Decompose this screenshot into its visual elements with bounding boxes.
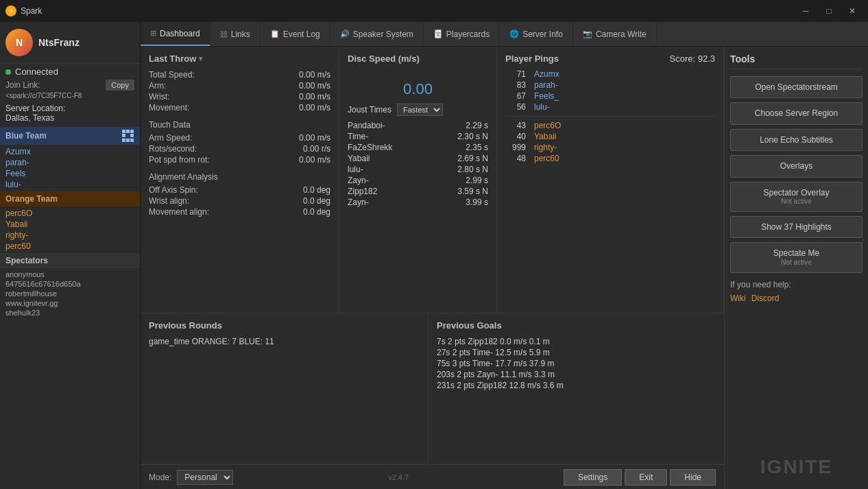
overlays-button[interactable]: Overlays [730,155,863,177]
spectate-me-button[interactable]: Spectate Me Not active [730,242,863,272]
tab-speakersystem-label: Speaker System [353,29,413,39]
help-links: Wiki Discord [730,294,863,303]
list-item: lulu- 2.80 s N [348,164,488,175]
tab-playercards[interactable]: 🃏 Playercards [424,22,500,46]
joust-mode-select[interactable]: Fastest All [397,104,443,116]
table-row: 56 lulu- [505,102,715,112]
qr-icon [122,130,134,142]
blue-player-list: Azumx parah- Feels lulu- [0,145,140,191]
orange-player-list: perc6O Yabaii righty- perc60 [0,206,140,253]
joust-list: Pandaboi- 2.29 s Time- 2.30 s N FaZeShre… [348,120,488,208]
list-item: robertmillhouse [5,289,134,298]
wrist-align-label: Wrist align: [149,196,189,206]
wrist-value: 0.00 m/s [299,92,330,102]
list-item: Pandaboi- 2.29 s [348,120,488,131]
orange-team-header: Orange Team [0,191,140,206]
list-item: 203s 2 pts Zayn- 11.1 m/s 3.3 m [437,369,716,380]
footer-bar: Mode: Personal Public v2.4.7 Settings Ex… [141,464,724,489]
list-item: anonymous [5,270,134,279]
pot-spd-label: Pot spd from rot: [149,155,210,165]
arm-label: Arm: [149,81,166,91]
tab-links[interactable]: ⛓ Links [210,22,261,46]
title-bar: ⚡ Spark ─ □ ✕ [0,0,868,22]
wrist-label: Wrist: [149,92,169,102]
help-text: If you need help: [730,280,863,289]
table-row: Rots/second: 0.00 r/s [149,143,330,154]
tab-eventlog[interactable]: 📋 Event Log [261,22,330,46]
player-pings-title: Player Pings [505,53,559,64]
username: NtsFranz [38,37,80,48]
exit-button[interactable]: Exit [625,469,667,486]
table-row: 83 parah- [505,80,715,90]
movement-label: Movement: [149,103,189,112]
spectator-overlay-status: Not active [738,198,855,206]
tab-bar: ⊞ Dashboard ⛓ Links 📋 Event Log 🔊 Speake… [141,22,868,47]
dashboard-top: Last Throw ▾ Total Speed: 0.00 m/s Arm: … [141,47,724,313]
list-item: 6475616c67616d650a [5,279,134,289]
server-location: Server Location: Dallas, Texas [0,102,140,127]
tab-dashboard[interactable]: ⊞ Dashboard [141,22,210,46]
table-row: 71 Azumx [505,69,715,79]
ignite-logo: IGNITE [730,451,863,484]
close-button[interactable]: ✕ [842,4,863,18]
tab-speakersystem[interactable]: 🔊 Speaker System [330,22,424,46]
sidebar: N NtsFranz Connected Join Link: Copy <sp… [0,22,141,489]
divider [505,116,715,117]
minimize-button[interactable]: ─ [795,4,816,18]
alignment-stats: Off Axis Spin: 0.0 deg Wrist align: 0.0 … [149,184,330,217]
rots-value: 0.00 r/s [303,144,330,154]
tools-sidebar: Tools Open Spectatorstream Choose Server… [724,47,868,489]
tab-camerawrite-label: Camera Write [596,29,647,39]
avatar: N [5,29,33,56]
rounds-entry: game_time ORANGE: 7 BLUE: 11 [149,336,420,347]
footer-actions: Settings Exit Hide [564,469,716,486]
tab-playercards-label: Playercards [446,29,490,39]
speakersystem-icon: 🔊 [340,29,350,38]
list-item: 75s 3 pts Time- 17.7 m/s 37.9 m [437,358,716,369]
full-layout: Last Throw ▾ Total Speed: 0.00 m/s Arm: … [141,47,868,489]
discord-link[interactable]: Discord [751,294,780,303]
app-title: Spark [21,6,795,16]
maximize-button[interactable]: □ [819,4,839,18]
disc-speed-title: Disc Speed (m/s) [348,53,488,64]
settings-button[interactable]: Settings [564,469,622,486]
mode-select[interactable]: Personal Public [177,470,233,485]
blue-team-header: Blue Team [0,127,140,145]
list-item: Yabaii [5,219,134,230]
choose-server-region-button[interactable]: Choose Server Region [730,102,863,124]
touch-data-title: Touch Data [149,120,330,130]
mode-label: Mode: [149,473,171,482]
joust-times-header: Joust Times Fastest All [348,104,488,116]
lone-echo-subtitles-button[interactable]: Lone Echo Subtitles [730,129,863,151]
wiki-link[interactable]: Wiki [730,294,746,303]
list-item: Feels [5,168,134,179]
hide-button[interactable]: Hide [670,469,716,486]
tools-title: Tools [730,52,863,69]
tab-serverinfo[interactable]: 🌐 Server Info [500,22,573,46]
chevron-down-icon: ▾ [199,55,202,62]
window-controls: ─ □ ✕ [795,4,863,18]
list-item: www.ignitevr.gg [5,298,134,308]
tab-serverinfo-label: Server Info [522,29,563,39]
arm-speed-label: Arm Speed: [149,133,192,143]
tab-camerawrite[interactable]: 📷 Camera Write [573,22,657,46]
open-spectatorstream-button[interactable]: Open Spectatorstream [730,76,863,98]
version-text: v2.4.7 [388,473,409,481]
table-row: Movement: 0.00 m/s [149,102,330,113]
list-item: Yabaii 2.69 s N [348,153,488,164]
list-item: parah- [5,157,134,168]
table-row: 48 perc60 [505,154,715,163]
list-item: perc60 [5,241,134,252]
list-item: shehulk23 [5,308,134,318]
list-item: 27s 2 pts Time- 12.5 m/s 5.9 m [437,347,716,358]
arm-speed-value: 0.00 m/s [299,133,330,143]
eventlog-icon: 📋 [270,29,280,38]
show-highlights-button[interactable]: Show 37 Highlights [730,216,863,238]
table-row: 67 Feels_ [505,91,715,101]
copy-button[interactable]: Copy [106,80,134,91]
list-item: Zipp182 3.59 s N [348,186,488,197]
table-row: 43 perc6O [505,121,715,130]
spectator-overlay-button[interactable]: Spectator Overlay Not active [730,182,863,212]
table-row: Pot spd from rot: 0.00 m/s [149,154,330,165]
last-throw-title: Last Throw ▾ [149,53,330,64]
